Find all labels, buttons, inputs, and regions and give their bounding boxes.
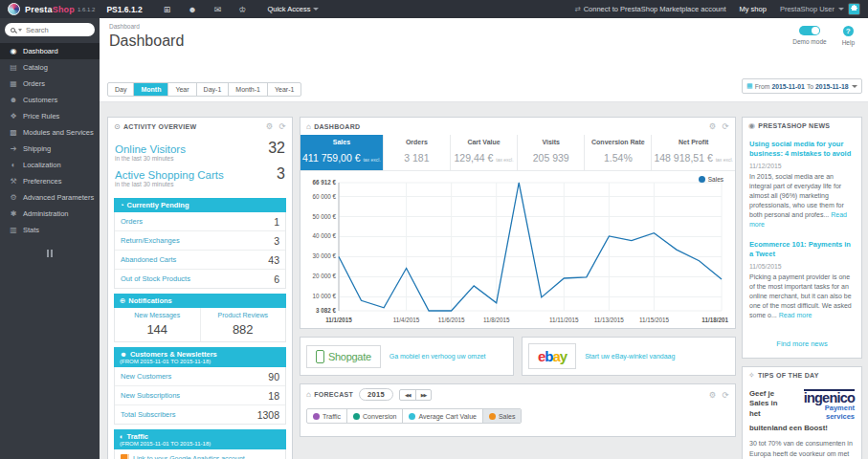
gear-icon[interactable]: ⚙: [709, 390, 717, 400]
sidebar-item-orders[interactable]: ▦Orders: [0, 76, 100, 92]
ebay-module-card[interactable]: ebay Start uw eBay-winkel vandaag: [522, 337, 736, 376]
user-menu[interactable]: PrestaShop User: [780, 3, 860, 15]
search-input[interactable]: [26, 26, 85, 34]
google-analytics-link-row[interactable]: Link to your Google Analytics account: [114, 449, 286, 459]
chart-legend[interactable]: Sales: [699, 176, 723, 183]
sidebar-item-shipping[interactable]: ➔Shipping: [0, 141, 100, 157]
range-button-day[interactable]: Day: [108, 83, 133, 96]
sidebar-item-label: Localization: [23, 161, 61, 169]
active-carts-value: 3: [277, 165, 285, 183]
new-messages-cell[interactable]: New Messages144: [115, 308, 200, 341]
svg-text:20 000 €: 20 000 €: [312, 273, 336, 279]
forecast-legend-traffic[interactable]: Traffic: [307, 409, 346, 423]
customers-row-new-customers[interactable]: New Customers90: [115, 367, 285, 385]
sidebar-item-administration[interactable]: ✱Administration: [0, 206, 100, 222]
shopgate-logo: Shopgate: [306, 345, 381, 368]
metric-tab-net-profit[interactable]: Net Profit148 918,51 € tax excl.: [651, 135, 735, 170]
administration-icon: ✱: [8, 209, 19, 218]
gear-icon[interactable]: ⚙: [709, 121, 717, 131]
quick-access-menu[interactable]: Quick Access: [267, 5, 319, 13]
ebay-link[interactable]: Start uw eBay-winkel vandaag: [585, 353, 675, 360]
forecast-prev-button[interactable]: ◀◀: [400, 390, 415, 400]
profile-icon[interactable]: ☻: [188, 5, 196, 14]
cart-icon[interactable]: ⊞: [164, 5, 171, 14]
forecast-legend-conversion[interactable]: Conversion: [346, 409, 402, 423]
dashboard-panel-title: DASHBOARD: [314, 123, 360, 130]
demo-mode-toggle[interactable]: [799, 26, 820, 35]
version-label: 1.6.1.2: [78, 7, 95, 12]
ingenico-logo[interactable]: ingenico Paymentservices: [784, 389, 855, 422]
dashboard-panel: ⌂ DASHBOARD ⚙ ⟳ Sales411 759,00 € tax ex…: [300, 117, 736, 329]
refresh-icon[interactable]: ⟳: [723, 390, 729, 400]
sidebar-item-modules[interactable]: ▩Modules and Services: [0, 124, 100, 141]
mail-icon[interactable]: ✉: [214, 5, 222, 14]
range-button-month-1[interactable]: Month-1: [228, 83, 267, 96]
metric-tab-orders[interactable]: Orders3 181: [383, 135, 450, 170]
customers-newsletters-section: ☻Customers & Newsletters(FROM 2015-11-01…: [114, 347, 286, 425]
customers-row-new-subscriptions[interactable]: New Subscriptions18: [115, 385, 285, 404]
sidebar-item-label: Stats: [23, 226, 39, 234]
chevron-down-icon[interactable]: [18, 29, 22, 32]
refresh-icon[interactable]: ⟳: [279, 121, 286, 131]
pending-row-returns[interactable]: Return/Exchanges3: [115, 230, 285, 250]
forecast-legend-average-cart-value[interactable]: Average Cart Value: [402, 409, 481, 423]
refresh-icon[interactable]: ⟳: [723, 121, 729, 131]
svg-text:60 000 €: 60 000 €: [312, 193, 336, 200]
news-article: Using social media for your business: 4 …: [749, 140, 855, 230]
google-analytics-link[interactable]: Link to your Google Analytics account: [133, 455, 245, 459]
sidebar-item-preferences[interactable]: ⚒Preferences: [0, 173, 100, 189]
sidebar-item-localization[interactable]: ◐Localization: [0, 157, 100, 173]
forecast-legend-sales[interactable]: Sales: [482, 409, 522, 423]
metric-tab-conversion-rate[interactable]: Conversion Rate1.54%: [584, 135, 651, 170]
sidebar-item-stats[interactable]: ▥Stats: [0, 222, 100, 238]
shop-name[interactable]: PS1.6.1.2: [106, 5, 142, 14]
breadcrumb[interactable]: Dashboard: [109, 23, 858, 30]
sidebar-item-label: Customers: [23, 96, 57, 104]
forecast-year[interactable]: 2015: [359, 388, 393, 401]
read-more-link[interactable]: Read more: [779, 312, 812, 318]
sidebar: ◉Dashboard ▤Catalog ▦Orders ☻Customers ❖…: [0, 18, 100, 459]
pending-row-out-of-stock[interactable]: Out of Stock Products6: [115, 269, 285, 288]
sidebar-search[interactable]: [5, 23, 95, 36]
news-article-title[interactable]: Using social media for your business: 4 …: [749, 140, 855, 159]
range-button-day-1[interactable]: Day-1: [196, 83, 229, 96]
news-article-title[interactable]: Ecommerce 101: Payments in a Tweet: [749, 240, 855, 259]
sidebar-item-dashboard[interactable]: ◉Dashboard: [0, 43, 100, 59]
find-more-news-link[interactable]: Find more news: [743, 334, 861, 358]
range-button-month[interactable]: Month: [133, 83, 167, 96]
customers-row-total-subscribers[interactable]: Total Subscribers1308: [115, 404, 285, 424]
metric-tab-visits[interactable]: Visits205 939: [517, 135, 584, 170]
range-button-year-1[interactable]: Year-1: [267, 83, 300, 96]
pending-row-orders[interactable]: Orders1: [115, 212, 285, 230]
sidebar-item-catalog[interactable]: ▤Catalog: [0, 59, 100, 76]
help-icon[interactable]: ?: [843, 26, 854, 36]
ebay-logo: ebay: [528, 343, 576, 369]
pending-row-abandoned-carts[interactable]: Abandoned Carts43: [115, 250, 285, 269]
orders-icon: ▦: [8, 79, 19, 88]
forecast-next-button[interactable]: ▶▶: [415, 390, 432, 400]
sidebar-item-customers[interactable]: ☻Customers: [0, 92, 100, 108]
catalog-icon: ▤: [8, 63, 19, 72]
date-range-picker[interactable]: ▦ From 2015-11-01 To 2015-11-18: [742, 78, 862, 94]
sidebar-item-price-rules[interactable]: ❖Price Rules: [0, 108, 100, 124]
link-icon: ⇄: [574, 5, 580, 13]
my-shop-link[interactable]: My shop: [740, 5, 767, 13]
marketplace-connect-link[interactable]: ⇄Connect to PrestaShop Marketplace accou…: [574, 5, 725, 13]
sidebar-item-advanced-parameters[interactable]: ⚙Advanced Parameters: [0, 189, 100, 206]
svg-text:11/1/2015: 11/1/2015: [325, 317, 352, 323]
svg-text:30 000 €: 30 000 €: [312, 252, 336, 259]
active-carts-sub: in the last 30 minutes: [115, 181, 285, 187]
metric-tab-sales[interactable]: Sales411 759,00 € tax excl.: [300, 135, 383, 170]
sidebar-collapse-button[interactable]: [0, 250, 100, 259]
dashboard-icon: ◉: [8, 47, 19, 55]
gear-icon[interactable]: ⚙: [266, 121, 274, 131]
shopgate-module-card[interactable]: Shopgate Ga mobiel en verhoog uw omzet: [300, 337, 514, 376]
product-reviews-cell[interactable]: Product Reviews882: [200, 308, 286, 341]
shopgate-link[interactable]: Ga mobiel en verhoog uw omzet: [389, 353, 486, 360]
online-visitors-link[interactable]: Online Visitors: [115, 143, 186, 155]
google-analytics-icon: [121, 454, 129, 459]
range-button-year[interactable]: Year: [167, 83, 195, 96]
active-carts-link[interactable]: Active Shopping Carts: [115, 169, 224, 181]
trophy-icon[interactable]: ♔: [238, 5, 246, 14]
metric-tab-cart-value[interactable]: Cart Value129,44 € tax excl.: [450, 135, 517, 170]
